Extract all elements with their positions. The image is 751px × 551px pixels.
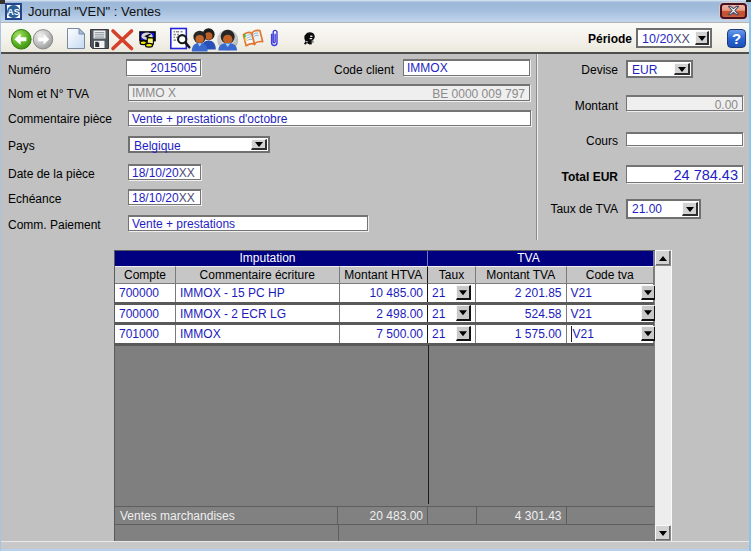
svg-text:AS: AS	[7, 7, 20, 17]
